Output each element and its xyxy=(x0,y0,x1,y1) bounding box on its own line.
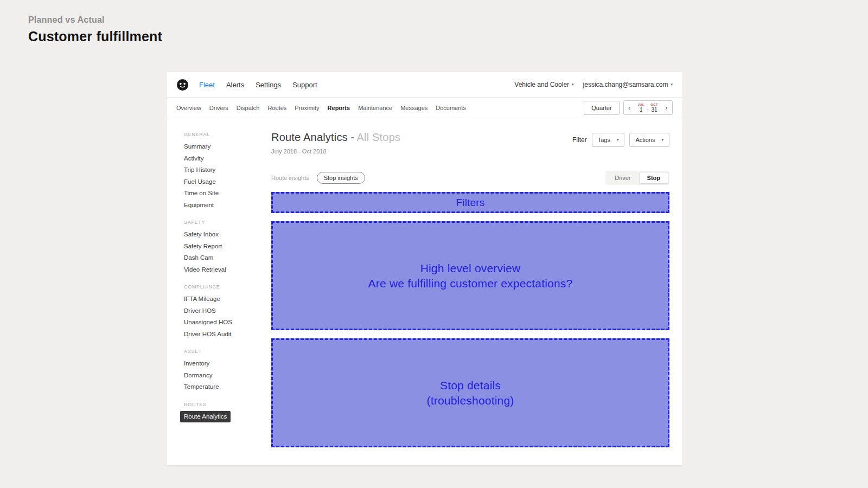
topnav-item-fleet[interactable]: Fleet xyxy=(199,81,215,89)
sidebar-item-route-analytics[interactable]: Route Analytics xyxy=(180,411,231,423)
app-window: Fleet Alerts Settings Support Vehicle an… xyxy=(167,72,682,465)
page-heading: Planned vs Actual Customer fulfillment xyxy=(28,15,162,44)
date-end-day: 31 xyxy=(652,107,658,113)
date-range-picker: ‹ JUL 1 - OCT 31 › xyxy=(623,100,673,115)
subnav-item-maintenance[interactable]: Maintenance xyxy=(358,105,392,111)
samsara-logo-icon xyxy=(176,79,189,91)
topnav-right: Vehicle and Cooler ▾ jessica.chang@samsa… xyxy=(514,81,673,88)
date-start-day: 1 xyxy=(640,107,643,113)
main-content: Route Analytics -All Stops July 2018 - O… xyxy=(271,118,682,465)
wireframe-filters-label: Filters xyxy=(456,197,484,209)
caret-down-icon: ▾ xyxy=(572,82,574,87)
sidebar-section-asset: ASSET Inventory Dormancy Temperature xyxy=(184,349,271,393)
app-body: GENERAL Summary Activity Trip History Fu… xyxy=(167,118,682,465)
topnav-item-settings[interactable]: Settings xyxy=(256,81,281,89)
sidebar-item-activity[interactable]: Activity xyxy=(184,153,271,165)
actions-dropdown-label: Actions xyxy=(635,137,655,143)
subnav-item-reports[interactable]: Reports xyxy=(328,105,350,111)
subnav-item-dispatch[interactable]: Dispatch xyxy=(237,105,260,111)
sidebar-heading-asset: ASSET xyxy=(184,349,271,354)
sidebar-item-fuel-usage[interactable]: Fuel Usage xyxy=(184,176,271,188)
sidebar-item-safety-inbox[interactable]: Safety Inbox xyxy=(184,229,271,241)
sidebar-item-video-retrieval[interactable]: Video Retrieval xyxy=(184,264,271,276)
toggle-driver[interactable]: Driver xyxy=(607,172,639,184)
topnav-items: Fleet Alerts Settings Support xyxy=(199,81,317,89)
toggle-stop[interactable]: Stop xyxy=(639,172,668,184)
insights-tabs-row: Route insights Stop insights Driver Stop xyxy=(271,171,669,185)
date-separator: - xyxy=(647,106,648,112)
filter-controls: Filter Tags ▾ Actions ▾ xyxy=(572,133,669,147)
sidebar-section-general: GENERAL Summary Activity Trip History Fu… xyxy=(184,132,271,211)
sidebar-item-inventory[interactable]: Inventory xyxy=(184,358,271,370)
date-start: JUL 1 xyxy=(638,103,645,113)
org-dropdown[interactable]: Vehicle and Cooler ▾ xyxy=(514,81,573,88)
sidebar-item-driver-hos[interactable]: Driver HOS xyxy=(184,305,271,317)
tags-dropdown[interactable]: Tags ▾ xyxy=(592,133,625,147)
sidebar-heading-compliance: COMPLIANCE xyxy=(184,284,271,290)
filter-label: Filter xyxy=(572,136,587,144)
actions-dropdown[interactable]: Actions ▾ xyxy=(629,133,669,147)
subnav-item-routes[interactable]: Routes xyxy=(267,105,286,111)
sidebar-item-driver-hos-audit[interactable]: Driver HOS Audit xyxy=(184,329,271,341)
sidebar-item-summary[interactable]: Summary xyxy=(184,141,271,153)
sidebar-item-dash-cam[interactable]: Dash Cam xyxy=(184,252,271,264)
subnav-item-proximity[interactable]: Proximity xyxy=(295,105,319,111)
subnav-item-messages[interactable]: Messages xyxy=(400,105,427,111)
sidebar-item-temperature[interactable]: Temperature xyxy=(184,381,271,393)
next-period-button[interactable]: › xyxy=(661,101,672,114)
org-dropdown-label: Vehicle and Cooler xyxy=(514,81,569,88)
subnav-item-drivers[interactable]: Drivers xyxy=(209,105,228,111)
caret-down-icon: ▾ xyxy=(617,138,619,142)
sidebar-item-ifta-mileage[interactable]: IFTA Mileage xyxy=(184,293,271,305)
sub-nav: Overview Drivers Dispatch Routes Proximi… xyxy=(167,98,682,118)
subnav-items: Overview Drivers Dispatch Routes Proximi… xyxy=(176,105,466,111)
tab-stop-insights[interactable]: Stop insights xyxy=(317,172,365,184)
date-controls: Quarter ‹ JUL 1 - OCT 31 › xyxy=(584,100,673,115)
date-end: OCT 31 xyxy=(650,103,658,113)
content-header: Route Analytics -All Stops July 2018 - O… xyxy=(271,131,669,155)
quarter-button[interactable]: Quarter xyxy=(584,101,619,115)
top-nav: Fleet Alerts Settings Support Vehicle an… xyxy=(167,72,682,98)
sidebar-heading-routes: ROUTES xyxy=(184,402,271,407)
wireframe-blocks: Filters High level overview Are we fulfi… xyxy=(271,192,669,447)
sidebar-heading-safety: SAFETY xyxy=(184,220,271,225)
subnav-item-overview[interactable]: Overview xyxy=(176,105,201,111)
sidebar-section-compliance: COMPLIANCE IFTA Mileage Driver HOS Unass… xyxy=(184,284,271,340)
caret-down-icon: ▾ xyxy=(661,138,663,142)
sidebar-section-routes: ROUTES Route Analytics xyxy=(184,402,271,423)
wireframe-overview-block: High level overview Are we fulfilling cu… xyxy=(271,221,669,330)
content-title: Route Analytics -All Stops xyxy=(271,131,400,144)
date-range-display[interactable]: JUL 1 - OCT 31 xyxy=(635,103,661,113)
wireframe-overview-line2: Are we fulfilling customer expectations? xyxy=(368,276,573,291)
caret-down-icon: ▾ xyxy=(671,82,673,87)
topnav-item-alerts[interactable]: Alerts xyxy=(226,81,244,89)
previous-period-button[interactable]: ‹ xyxy=(624,101,635,114)
tab-route-insights[interactable]: Route insights xyxy=(271,175,309,181)
sidebar-item-trip-history[interactable]: Trip History xyxy=(184,164,271,176)
page-title: Customer fulfillment xyxy=(28,29,162,44)
wireframe-filters-block: Filters xyxy=(271,192,669,213)
topnav-item-support[interactable]: Support xyxy=(292,81,317,89)
sidebar-item-safety-report[interactable]: Safety Report xyxy=(184,241,271,253)
sidebar-item-time-on-site[interactable]: Time on Site xyxy=(184,188,271,200)
account-dropdown[interactable]: jessica.chang@samsara.com ▾ xyxy=(583,81,673,88)
wireframe-overview-line1: High level overview xyxy=(420,261,521,276)
page-kicker: Planned vs Actual xyxy=(28,15,162,25)
sidebar-item-unassigned-hos[interactable]: Unassigned HOS xyxy=(184,317,271,329)
driver-stop-toggle: Driver Stop xyxy=(605,171,669,185)
content-title-scope: All Stops xyxy=(356,131,400,143)
chevron-right-icon: › xyxy=(665,104,667,112)
tags-dropdown-label: Tags xyxy=(598,137,610,143)
content-date-range: July 2018 - Oct 2018 xyxy=(271,148,400,155)
sidebar-item-dormancy[interactable]: Dormancy xyxy=(184,370,271,382)
content-title-block: Route Analytics -All Stops July 2018 - O… xyxy=(271,131,400,155)
subnav-item-documents[interactable]: Documents xyxy=(436,105,466,111)
chevron-left-icon: ‹ xyxy=(628,104,630,112)
wireframe-stop-details-line1: Stop details xyxy=(440,378,501,393)
date-end-month: OCT xyxy=(650,103,658,106)
sidebar-item-equipment[interactable]: Equipment xyxy=(184,200,271,211)
reports-sidebar: GENERAL Summary Activity Trip History Fu… xyxy=(167,118,271,465)
account-dropdown-label: jessica.chang@samsara.com xyxy=(583,81,668,88)
sidebar-heading-general: GENERAL xyxy=(184,132,271,137)
date-start-month: JUL xyxy=(638,103,645,106)
